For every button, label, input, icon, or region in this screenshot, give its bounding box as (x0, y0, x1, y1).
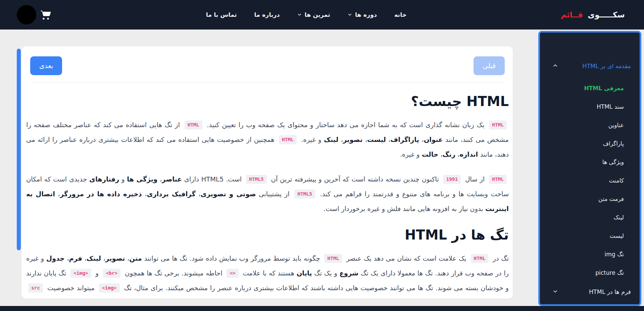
text-run: و (93, 269, 101, 277)
sidebar-item[interactable]: کامنت (540, 171, 640, 190)
text-run: ، (157, 175, 162, 183)
bold-term: رفتارهای (89, 175, 119, 183)
text-run: میتواند خصوصیت (45, 284, 97, 292)
text-run: ، (64, 255, 69, 262)
code-badge: HTML5 (294, 190, 315, 199)
text-run: ، (125, 255, 129, 262)
nav-item[interactable]: خانه (394, 11, 406, 18)
bold-term: تصویر (105, 255, 125, 262)
text-run: و غیره. (299, 136, 324, 144)
bold-term: اندازه (460, 151, 478, 158)
bold-term: فرم (69, 255, 82, 262)
chevron-down-icon (348, 11, 352, 18)
text-run: ، (142, 190, 147, 198)
text-run: و (119, 175, 127, 183)
sidebar-item[interactable]: لیست (540, 226, 640, 245)
sidebar-section-label: فرم ها در HTML (589, 289, 631, 295)
text-run: یک زبان نشانه گذاری است که به شما اجازه … (204, 121, 487, 129)
sidebar-item[interactable]: پاراگراف (540, 134, 640, 153)
bold-term: ویژگی ها (127, 175, 157, 183)
text-run: ، (386, 136, 391, 144)
bold-term: جدول (46, 255, 64, 262)
text-run: هستند که با علامت (241, 269, 297, 277)
code-badge: <> (227, 269, 238, 278)
text-run: ، (82, 255, 87, 262)
bold-term: گرافیک برداری (147, 190, 196, 198)
next-button[interactable]: بعدی (30, 56, 62, 75)
bold-term: لینک (324, 136, 338, 144)
sidebar-item[interactable]: تگ picture (540, 263, 640, 282)
chevron-up-icon (553, 63, 558, 69)
code-badge: HTML5 (246, 175, 267, 184)
bold-term: عنوان (424, 136, 443, 144)
bold-term: صوتی و تصویری (201, 190, 256, 198)
text-run: احاطه میشوند. برخی تگ ها همچون (122, 269, 225, 277)
bold-term: لیست (367, 136, 386, 144)
text-run: ، (438, 151, 443, 158)
text-run: یک علامت است که نشان می دهد یک عنصر (344, 255, 468, 262)
nav-item[interactable]: درباره ما (254, 11, 280, 18)
chevron-down-icon (297, 11, 302, 18)
bold-term: تصویر (343, 136, 362, 144)
nav-item[interactable]: تماس با ما (206, 11, 237, 18)
content-scrollbar[interactable] (17, 49, 21, 250)
text-run: ، (55, 190, 60, 198)
text-run: و غیره. (400, 151, 422, 158)
bold-term: عناصر (162, 175, 182, 183)
sidebar-item[interactable]: تگ img (540, 245, 640, 263)
avatar[interactable] (17, 5, 36, 24)
divider (30, 83, 505, 83)
nav-item[interactable]: دوره ها (348, 11, 377, 18)
sidebar: مقدمه ای بر HTML معرفی HTMLسند HTMLعناوی… (538, 31, 641, 306)
text-run: بدون نیاز به افزونه هایی مانند فلش و غیر… (324, 205, 485, 213)
code-badge: HTML (185, 120, 202, 129)
code-badge: HTML (489, 120, 507, 129)
section-heading: تگ ها در HTML (26, 226, 509, 243)
chevron-down-icon (553, 289, 558, 295)
lesson-paragraph: HTML یک زبان نشانه گذاری است که به شما ا… (26, 118, 509, 162)
previous-button[interactable]: قبلی (474, 56, 505, 75)
text-run: تاکنون چندین نسخه داشته است که آخرین و پ… (269, 175, 441, 183)
sidebar-section-forms-html[interactable]: فرم ها در HTML (540, 284, 640, 299)
bold-term: رنگ (443, 151, 456, 158)
sidebar-items: معرفی HTMLسند HTMLعناوینپاراگرافویژگی ها… (540, 79, 640, 282)
pager: قبلی بعدی (26, 56, 509, 75)
nav-menu: خانهدوره هاتمرین هادرباره ماتماس با ما (206, 11, 407, 18)
sidebar-item[interactable]: ویژگی ها (540, 153, 640, 171)
sidebar-item[interactable]: معرفی HTML (540, 79, 640, 97)
sidebar-item[interactable]: فرمت متن (540, 190, 640, 208)
cart-icon[interactable] (40, 9, 52, 21)
logo-text-primary: سکـــــوی (588, 10, 625, 19)
text-run: تگ در (490, 255, 509, 262)
nav-item-label: تمرین ها (305, 11, 330, 18)
sidebar-section-label: مقدمه ای بر HTML (582, 63, 631, 69)
code-badge: HTML (471, 254, 489, 263)
code-badge: src (28, 283, 43, 293)
bold-term: حالت (422, 151, 438, 158)
bold-term: ذخیره داده ها در مرورگر (60, 190, 142, 198)
code-badge: HTML (324, 254, 342, 263)
section-heading: HTML چیست؟ (26, 93, 509, 110)
lesson-content: HTML چیست؟HTML یک زبان نشانه گذاری است ک… (26, 93, 509, 299)
code-badge: HTML (279, 135, 297, 144)
sidebar-item[interactable]: لینک (540, 208, 640, 226)
nav-item-label: تماس با ما (206, 11, 237, 18)
text-run: از پشتیبانی (256, 190, 293, 198)
code-badge: HTML (489, 175, 507, 184)
sidebar-section-intro-html[interactable]: مقدمه ای بر HTML (540, 59, 640, 73)
text-run: چگونه باید توسط مرورگر وب نمایش داده شود… (142, 255, 323, 262)
site-logo[interactable]: سکـــــوی قــائم (561, 10, 625, 19)
sidebar-item[interactable]: سند HTML (540, 97, 640, 116)
nav-item-label: دوره ها (355, 11, 377, 18)
sidebar-item[interactable]: عناوین (540, 116, 640, 134)
text-run: ، (101, 255, 105, 262)
header-icons (17, 5, 52, 24)
text-run: ، (196, 190, 201, 198)
nav-item[interactable]: تمرین ها (297, 11, 330, 18)
text-run: ، (455, 151, 460, 158)
bold-term: پایان (297, 269, 312, 277)
code-badge: <img> (70, 269, 91, 278)
text-run: است. HTML5 دارای (182, 175, 244, 183)
bold-term: پاراگراف (391, 136, 419, 144)
logo-text-accent: قــائم (561, 10, 583, 19)
